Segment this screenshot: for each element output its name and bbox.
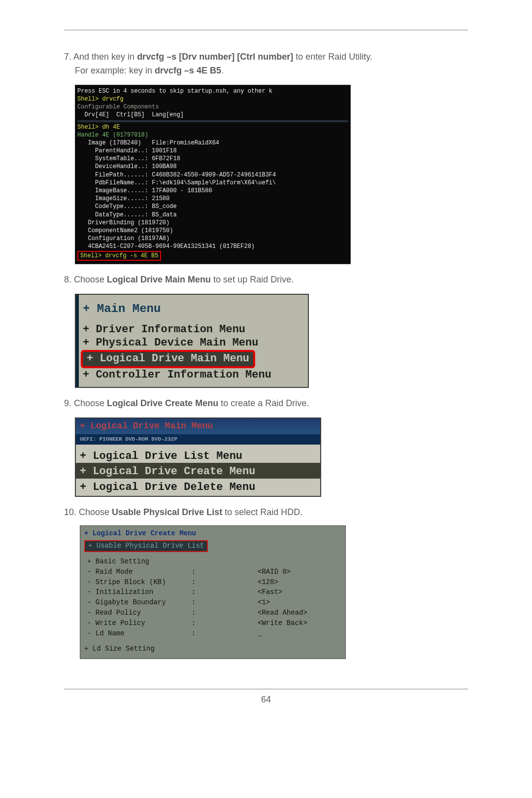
page-body: 7. And then key in drvcfg –s [Drv number…: [64, 50, 468, 659]
text: Choose: [74, 398, 107, 408]
command: drvcfg –s 4E B5: [155, 66, 221, 75]
document-page: 7. And then key in drvcfg –s [Drv number…: [0, 0, 532, 798]
step-10: 10. Choose Usable Physical Drive List to…: [64, 506, 468, 520]
shell-line: ImageBase.....: 17FA000 - 181B580: [77, 187, 348, 195]
shell-line: ParentHandle..: 1001F18: [77, 147, 348, 155]
logical-drive-create-menu-screenshot: + Logical Drive Create Menu + Usable Phy…: [80, 525, 346, 659]
top-rule: [64, 30, 468, 31]
menu-title: + Logical Drive Create Menu: [84, 529, 341, 538]
settings-colon: :: [190, 619, 198, 628]
text: to set up Raid Drive.: [211, 275, 294, 284]
step-number: 7.: [64, 52, 73, 62]
menu-item: + Logical Drive List Menu: [76, 448, 320, 463]
settings-row: + Basic Setting: [85, 557, 309, 566]
settings-row: - Ld Name :_: [85, 629, 309, 638]
menu-name: Logical Drive Main Menu: [107, 275, 211, 284]
menu-item: + Logical Drive Delete Menu: [76, 479, 320, 494]
text: to select Raid HDD.: [222, 507, 302, 517]
shell-line: DeviceHandle..: 100BA98: [77, 163, 348, 171]
menu-item-selected: + Usable Physical Drive List: [84, 540, 208, 552]
shell-line: CodeType......: BS_code: [77, 203, 348, 210]
shell-line: Configurable Components: [77, 103, 348, 111]
step-9: 9. Choose Logical Drive Create Menu to c…: [64, 397, 468, 411]
settings-key: - Stripe Block (KB): [85, 578, 189, 587]
settings-table: + Basic Setting - Raid Mode :<RAID 0>- S…: [84, 556, 310, 639]
settings-value: <RAID 0>: [199, 567, 309, 577]
settings-key: - Initialization: [85, 588, 189, 597]
text: to enter Raid Utility.: [293, 52, 372, 62]
menu-item: + Controller Information Menu: [79, 368, 305, 382]
settings-key: + Basic Setting: [85, 557, 189, 566]
settings-row: - Stripe Block (KB) :<128>: [85, 578, 309, 587]
shell-line: ImageSize.....: 21580: [77, 195, 348, 203]
menu-title: + Logical Drive Main Menu: [76, 418, 320, 434]
step-number: 10.: [64, 507, 79, 517]
shell-screenshot: Press ESC in 4 seconds to skip startup.n…: [75, 85, 351, 264]
shell-line: 4CBA2451-C207-405B-9694-99EA13251341 (01…: [77, 243, 348, 250]
settings-key: - Write Policy: [85, 619, 189, 628]
menu-name: Logical Drive Create Menu: [107, 398, 218, 408]
text: Choose: [74, 275, 107, 284]
text: For example: key in: [75, 66, 155, 75]
settings-row: - Write Policy :<Write Back>: [85, 619, 309, 628]
settings-colon: :: [190, 598, 198, 607]
shell-line: SystemTable...: 6FB72F18: [77, 155, 348, 163]
settings-row: - Read Policy :<Read Ahead>: [85, 608, 309, 618]
text: .: [221, 66, 224, 75]
shell-line: Handle 4E (01797018): [77, 131, 348, 139]
text: Choose: [79, 507, 112, 517]
shell-line: Drv[4E] Ctrl[B5] Lang[eng]: [77, 111, 348, 119]
shell-line: Shell> drvcfg: [77, 96, 124, 103]
settings-value: <Fast>: [199, 588, 309, 597]
shell-line: FilePath......: C468B382-4550-4909-AD57-…: [77, 171, 348, 179]
shell-line: Press ESC in 4 seconds to skip startup.n…: [77, 88, 272, 95]
settings-row: - Gigabyte Boundary :<1>: [85, 598, 309, 607]
shell-line: PdbFileName...: F:\edk104\Sample\Platfor…: [77, 179, 348, 187]
shell-line: DataType......: BS_data: [77, 211, 348, 219]
menu-item-selected: + Logical Drive Main Menu: [81, 350, 255, 369]
shell-line: DriverBinding (1819720): [77, 219, 348, 227]
settings-value: <1>: [199, 598, 309, 607]
step-7: 7. And then key in drvcfg –s [Drv number…: [64, 50, 468, 78]
shell-line: Image (178B240) File:PromiseRaidX64: [77, 139, 348, 147]
settings-value: <Read Ahead>: [199, 608, 309, 618]
settings-colon: :: [190, 588, 198, 597]
step-number: 9.: [64, 398, 74, 408]
settings-colon: :: [190, 629, 198, 638]
menu-item: + Physical Device Main Menu: [79, 336, 305, 350]
settings-colon: :: [190, 578, 198, 587]
menu-item: + Ld Size Setting: [84, 644, 341, 654]
settings-colon: :: [190, 567, 198, 577]
divider: [77, 120, 348, 122]
command: drvcfg –s [Drv number] [Ctrl number]: [137, 52, 293, 62]
settings-key: - Ld Name: [85, 629, 189, 638]
menu-name: Usable Physical Drive List: [112, 507, 222, 517]
settings-value: _: [199, 629, 309, 638]
shell-line: Shell> dh 4E: [77, 124, 120, 131]
page-number: 64: [64, 694, 468, 705]
settings-colon: [190, 557, 198, 566]
settings-row: - Raid Mode :<RAID 0>: [85, 567, 309, 577]
main-menu-screenshot: + Main Menu + Driver Information Menu + …: [75, 294, 309, 388]
settings-key: - Read Policy: [85, 608, 189, 618]
menu-item-selected: + Logical Drive Create Menu: [76, 463, 320, 479]
settings-value: <Write Back>: [199, 619, 309, 628]
settings-value: [199, 557, 309, 566]
text: to create a Raid Drive.: [218, 398, 309, 408]
menu-title: + Main Menu: [79, 299, 305, 323]
settings-key: - Raid Mode: [85, 567, 189, 577]
bottom-rule: [64, 689, 468, 690]
step-8: 8. Choose Logical Drive Main Menu to set…: [64, 273, 468, 287]
subtext: UEFI: PIONEER DVD-ROM DVD-232P: [76, 434, 320, 445]
step-number: 8.: [64, 275, 74, 284]
text: And then key in: [73, 52, 137, 62]
settings-row: - Initialization :<Fast>: [85, 588, 309, 597]
settings-colon: :: [190, 608, 198, 618]
logical-drive-main-menu-screenshot: + Logical Drive Main Menu UEFI: PIONEER …: [75, 417, 321, 497]
menu-item: + Driver Information Menu: [79, 323, 305, 337]
shell-line: ComponentName2 (1819750): [77, 227, 348, 235]
shell-highlighted-command: Shell> drvcfg -s 4E B5: [77, 251, 161, 261]
settings-value: <128>: [199, 578, 309, 587]
shell-line: Configuration (18197A8): [77, 235, 348, 243]
settings-key: - Gigabyte Boundary: [85, 598, 189, 607]
